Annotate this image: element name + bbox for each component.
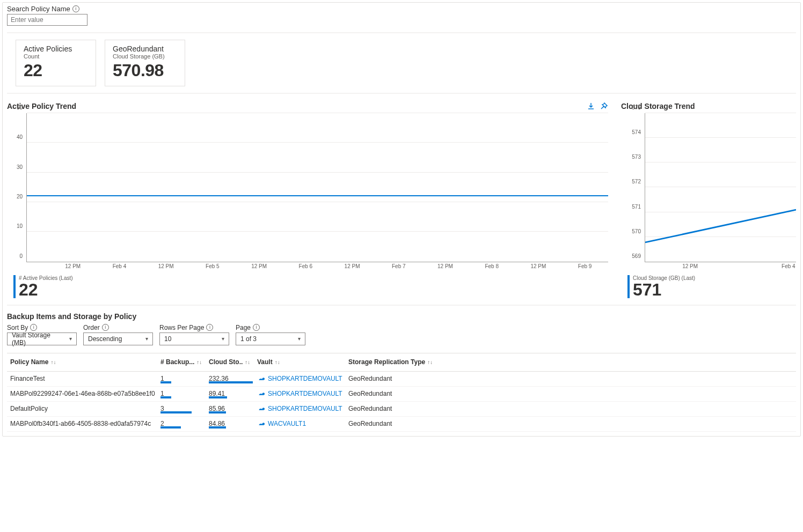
cell-vault-link[interactable]: SHOPKARTDEMOVAULT: [257, 390, 348, 397]
col-policy-name[interactable]: Policy Name↑↓: [10, 358, 160, 366]
x-axis: 12 PM Feb 4: [645, 262, 796, 272]
cell-replication: GeoRedundant: [348, 390, 445, 397]
info-icon[interactable]: i: [72, 5, 79, 12]
chart-plot-area[interactable]: 569 570 571 572 573 574 575: [645, 113, 796, 262]
col-replication[interactable]: Storage Replication Type↑↓: [348, 358, 445, 366]
cell-replication: GeoRedundant: [348, 420, 445, 427]
cell-backup: 1: [160, 390, 209, 397]
search-policy-input[interactable]: [7, 14, 87, 26]
dashboard-panel: Search Policy Name i Active Policies Cou…: [2, 2, 801, 437]
info-icon[interactable]: i: [102, 324, 109, 331]
x-axis: 12 PM Feb 4 12 PM Feb 5 12 PM Feb 6 12 P…: [26, 262, 608, 272]
info-icon[interactable]: i: [30, 324, 37, 331]
search-label: Search Policy Name i: [7, 5, 796, 13]
cell-storage: 232.36: [209, 375, 257, 382]
chevron-down-icon: ▾: [222, 336, 224, 342]
rows-per-page-select[interactable]: 10▾: [159, 332, 229, 345]
cell-replication: GeoRedundant: [348, 405, 445, 412]
chevron-down-icon: ▾: [298, 336, 301, 342]
cell-vault-link[interactable]: WACVAULT1: [257, 420, 348, 427]
cell-storage: 84.86: [209, 420, 257, 427]
card-value: 22: [24, 61, 88, 80]
info-icon[interactable]: i: [206, 324, 213, 331]
download-icon[interactable]: [587, 102, 595, 110]
cell-backup: 1: [160, 375, 209, 382]
sort-icon: ↑↓: [275, 359, 280, 365]
card-title: GeoRedundant: [113, 45, 177, 53]
card-subtitle: Count: [24, 53, 88, 60]
divider: [7, 32, 796, 33]
table-row[interactable]: MABPol92299247-06e1-46ea-868b-e07a5b8ee1…: [7, 387, 796, 402]
col-backup[interactable]: # Backup...↑↓: [160, 358, 209, 366]
charts-row: Active Policy Trend 0 10 20 30 40 50: [7, 100, 796, 298]
cell-vault-link[interactable]: SHOPKARTDEMOVAULT: [257, 405, 348, 412]
card-subtitle: Cloud Storage (GB): [113, 53, 177, 60]
col-vault[interactable]: Vault↑↓: [257, 358, 348, 366]
card-active-policies[interactable]: Active Policies Count 22: [16, 40, 96, 86]
card-value: 570.98: [113, 61, 177, 80]
cell-storage: 89.41: [209, 390, 257, 397]
table-header-row: Policy Name↑↓ # Backup...↑↓ Cloud Sto..↑…: [7, 353, 796, 372]
card-geo-redundant[interactable]: GeoRedundant Cloud Storage (GB) 570.98: [105, 40, 185, 86]
pin-icon[interactable]: [600, 102, 608, 110]
chevron-down-icon: ▾: [145, 336, 148, 342]
cell-storage: 85.96: [209, 405, 257, 412]
search-label-text: Search Policy Name: [7, 5, 70, 13]
section-title: Backup Items and Storage by Policy: [7, 312, 796, 321]
table-section: Backup Items and Storage by Policy Sort …: [7, 312, 796, 432]
info-icon[interactable]: i: [253, 324, 260, 331]
kpi-cards: Active Policies Count 22 GeoRedundant Cl…: [7, 40, 796, 86]
cell-backup: 3: [160, 405, 209, 412]
sort-icon: ↑↓: [245, 359, 250, 365]
chart-last-value: # Active Policies (Last) 22: [13, 275, 608, 298]
sort-icon: ↑↓: [196, 359, 202, 365]
chart-active-policy-trend: Active Policy Trend 0 10 20 30 40 50: [7, 100, 608, 298]
policy-table: Policy Name↑↓ # Backup...↑↓ Cloud Sto..↑…: [7, 353, 796, 432]
table-row[interactable]: DefaultPolicy385.96SHOPKARTDEMOVAULTGeoR…: [7, 402, 796, 417]
chevron-down-icon: ▾: [69, 336, 72, 342]
chart-plot-area[interactable]: 0 10 20 30 40 50: [26, 113, 608, 262]
sort-icon: ↑↓: [427, 359, 433, 365]
card-title: Active Policies: [24, 45, 88, 53]
cell-vault-link[interactable]: SHOPKARTDEMOVAULT: [257, 375, 348, 382]
table-row[interactable]: FinanceTest1232.36SHOPKARTDEMOVAULTGeoRe…: [7, 372, 796, 387]
cell-policy-name: MABPol92299247-06e1-46ea-868b-e07a5b8ee1…: [10, 390, 160, 397]
col-storage[interactable]: Cloud Sto..↑↓: [209, 358, 257, 366]
cell-policy-name: MABPol0fb340f1-ab66-4505-8838-ed0afa5797…: [10, 420, 160, 427]
order-select[interactable]: Descending▾: [83, 332, 153, 345]
cell-policy-name: FinanceTest: [10, 375, 160, 382]
page-select[interactable]: 1 of 3▾: [236, 332, 305, 345]
sort-by-select[interactable]: Vault Storage (MB)▾: [7, 332, 77, 345]
divider: [7, 93, 796, 94]
cell-backup: 2: [160, 420, 209, 427]
cell-replication: GeoRedundant: [348, 375, 445, 382]
y-axis: 569 570 571 572 573 574 575: [622, 113, 643, 262]
cell-policy-name: DefaultPolicy: [10, 405, 160, 412]
table-row[interactable]: MABPol0fb340f1-ab66-4505-8838-ed0afa5797…: [7, 417, 796, 432]
table-controls: Sort Byi Vault Storage (MB)▾ Orderi Desc…: [7, 324, 796, 345]
chart-last-value: Cloud Storage (GB) (Last) 571: [627, 275, 796, 298]
chart-cloud-storage-trend: Cloud Storage Trend 569 570 571 572 573 …: [621, 100, 796, 298]
svg-line-0: [645, 210, 796, 242]
y-axis: 0 10 20 30 40 50: [8, 113, 25, 262]
divider: [7, 305, 796, 306]
sort-icon: ↑↓: [50, 359, 56, 365]
